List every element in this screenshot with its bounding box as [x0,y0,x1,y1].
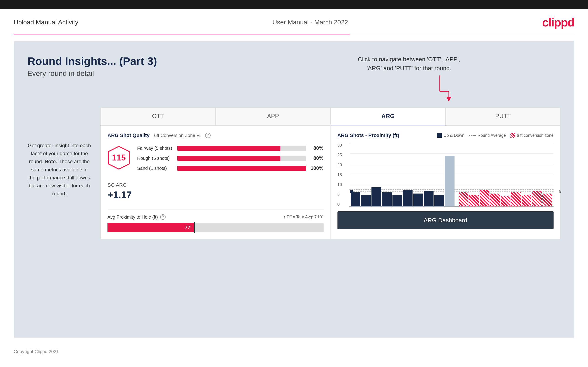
proximity-label: Avg Proximity to Hole (ft) [107,215,158,220]
svg-marker-3 [447,97,451,102]
proximity-bar-fill: 77' [107,223,194,232]
y-axis: 0 5 10 15 20 25 30 [337,143,342,207]
bar-12 [469,195,479,206]
proximity-header: Avg Proximity to Hole (ft) ? ↑ PGA Tour … [107,214,324,220]
right-panel-title: ARG Shots - Proximity (ft) [337,133,399,138]
chart-area: 8 [349,143,554,207]
copyright: Copyright Clippd 2021 [14,349,59,354]
proximity-bar-container: 77' [107,223,324,232]
shot-row-rough: Rough (5 shots) 80% [137,155,324,161]
logo: clippd [542,16,574,29]
main-card: OTT APP ARG PUTT ARG Shot Quality 6ft Co… [100,107,561,239]
bar-11 [459,192,469,206]
tab-app[interactable]: APP [216,108,331,125]
bar-14 [490,193,500,206]
right-panel: ARG Shots - Proximity (ft) Up & Down Rou… [331,125,561,239]
rough-bar [177,156,306,161]
header: Upload Manual Activity User Manual - Mar… [0,9,588,34]
shot-row-sand: Sand (1 shots) 100% [137,165,324,171]
tab-ott[interactable]: OTT [101,108,216,125]
legend-square-icon [437,133,442,138]
main-content: Round Insights... (Part 3) Every round i… [14,41,574,338]
bar-8 [424,191,433,206]
legend-up-down-label: Up & Down [444,133,464,138]
proximity-section: Avg Proximity to Hole (ft) ? ↑ PGA Tour … [107,209,324,232]
arg-dashboard-button[interactable]: ARG Dashboard [337,211,554,229]
hex-score-value: 115 [112,153,126,163]
top-bar [0,0,588,9]
proximity-title-group: Avg Proximity to Hole (ft) ? [107,214,166,220]
dashed-line-value: 8 [559,189,562,194]
bar-7 [413,193,423,206]
sg-label: SG ARG [107,182,324,188]
legend-dashed-icon [469,135,476,136]
proximity-value: 77' [185,225,192,230]
shot-quality-bars: Fairway (5 shots) 80% Rough (5 shots) [137,145,324,175]
fairway-bar [177,146,306,151]
sg-section: SG ARG +1.17 [107,182,324,200]
bar-5 [392,195,402,206]
bar-4 [382,192,392,206]
chart-legend: Up & Down Round Average 6 ft conversion … [437,133,553,138]
bar-16 [511,192,521,206]
panel-header: ARG Shot Quality 6ft Conversion Zone % ? [107,133,324,138]
shot-row-fairway: Fairway (5 shots) 80% [137,145,324,151]
legend-up-down: Up & Down [437,133,464,138]
left-description: Get greater insight into each facet of y… [27,142,91,198]
help-icon[interactable]: ? [205,133,211,138]
bar-2 [361,195,371,206]
bar-3 [372,187,381,206]
proximity-help-icon[interactable]: ? [160,214,166,220]
page-title: Round Insights... (Part 3) [27,55,561,67]
legend-round-avg: Round Average [469,133,506,138]
proximity-avg: ↑ PGA Tour Avg: 7'10" [283,215,323,219]
nav-annotation: Click to navigate between 'OTT', 'APP', … [358,55,460,73]
bar-17 [522,195,531,206]
bar-19 [542,193,552,206]
chart-wrapper: 0 5 10 15 20 25 30 [337,143,554,207]
bar-18 [532,191,542,206]
bar-9 [434,195,444,206]
bar-10 [445,156,455,206]
note-label: Note: [44,159,57,164]
sand-bar [177,166,306,171]
legend-round-avg-label: Round Average [477,133,506,138]
tab-arg[interactable]: ARG [331,108,446,125]
page-subtitle: Every round in detail [27,69,561,78]
conversion-label: 6ft Conversion Zone % [154,133,200,138]
nav-arrow [435,75,453,103]
sand-pct: 100% [310,165,324,171]
header-divider [14,34,574,34]
hex-score-shape: 115 [107,145,130,170]
left-panel: ARG Shot Quality 6ft Conversion Zone % ?… [101,125,331,239]
bar-6 [403,190,413,206]
shot-quality-label: ARG Shot Quality [107,133,150,138]
sand-label: Sand (1 shots) [137,166,174,171]
fairway-pct: 80% [310,145,324,151]
upload-link[interactable]: Upload Manual Activity [14,19,78,26]
bar-1 [351,192,361,206]
hex-container: 115 Fairway (5 shots) 80% [107,145,324,175]
bar-15 [501,196,510,206]
rough-label: Rough (5 shots) [137,156,174,161]
footer: Copyright Clippd 2021 [0,344,588,359]
right-panel-header: ARG Shots - Proximity (ft) Up & Down Rou… [337,133,554,138]
proximity-cursor [194,222,195,233]
tab-putt[interactable]: PUTT [446,108,560,125]
legend-6ft-zone: 6 ft conversion zone [510,133,553,138]
bar-13 [480,190,489,206]
header-title: User Manual - March 2022 [272,19,348,26]
fairway-label: Fairway (5 shots) [137,146,174,151]
legend-6ft-label: 6 ft conversion zone [517,133,553,138]
card-content: ARG Shot Quality 6ft Conversion Zone % ?… [101,125,560,239]
tabs-bar: OTT APP ARG PUTT [101,108,560,125]
rough-pct: 80% [310,155,324,161]
legend-hatched-icon [510,133,515,138]
sg-value: +1.17 [107,189,324,200]
